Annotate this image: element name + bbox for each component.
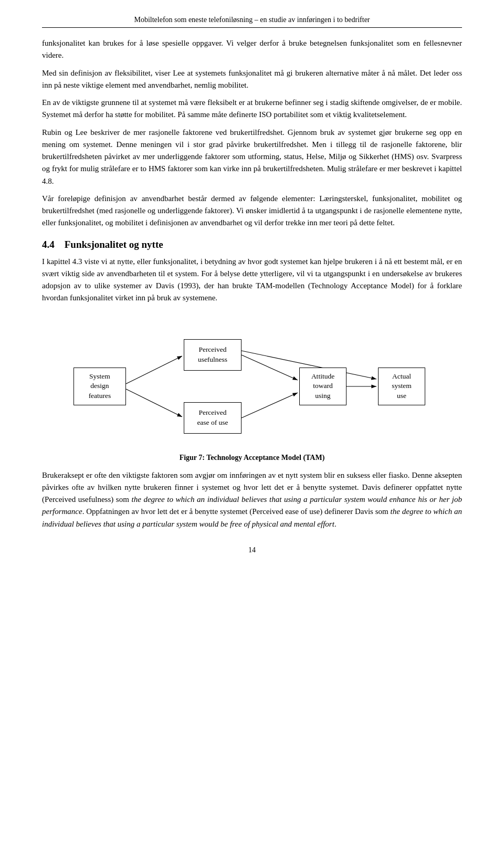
figure-caption-text: Figur 7: Technology Acceptance Model (TA… [180, 454, 325, 462]
svg-line-4 [242, 393, 298, 418]
box-system-design: System design features [74, 368, 126, 405]
box-perceived-ease: Perceived ease of use [184, 402, 242, 434]
paragraph-p1: funksjonalitet kan brukes for å løse spe… [42, 37, 462, 62]
paragraph-p3: En av de viktigste grunnene til at syste… [42, 97, 462, 121]
tam-diagram: System design features Perceived usefuln… [74, 329, 430, 444]
page-number: 14 [42, 546, 462, 554]
figure-caption: Figur 7: Technology Acceptance Model (TA… [42, 454, 462, 462]
section-title: Funksjonalitet og nytte [65, 239, 163, 250]
svg-line-3 [242, 355, 298, 380]
page: Mobiltelefon som eneste telefoniløsning … [0, 0, 504, 860]
box-actual: Actual system use [378, 368, 425, 405]
header-title: Mobiltelefon som eneste telefoniløsning … [134, 16, 370, 24]
final-paragraph: Brukeraksept er ofte den viktigste fakto… [42, 469, 462, 530]
box-perceived-usefulness: Perceived usefulness [184, 339, 242, 371]
tam-diagram-container: System design features Perceived usefuln… [42, 314, 462, 449]
paragraph-p5: Vår foreløpige definisjon av anvendbarhe… [42, 193, 462, 229]
paragraph-p4: Rubin og Lee beskriver de mer rasjonelle… [42, 127, 462, 187]
tam-arrows [74, 329, 430, 444]
page-header: Mobiltelefon som eneste telefoniløsning … [42, 16, 462, 28]
section-heading: 4.4 Funksjonalitet og nytte [42, 239, 462, 250]
paragraph-p2: Med sin definisjon av fleksibilitet, vis… [42, 67, 462, 92]
section-number: 4.4 [42, 239, 55, 250]
box-attitude: Attitude toward using [299, 368, 346, 405]
section-paragraph-sp1: I kapittel 4.3 viste vi at nytte, eller … [42, 256, 462, 305]
svg-line-2 [126, 389, 182, 417]
svg-line-1 [126, 356, 182, 384]
